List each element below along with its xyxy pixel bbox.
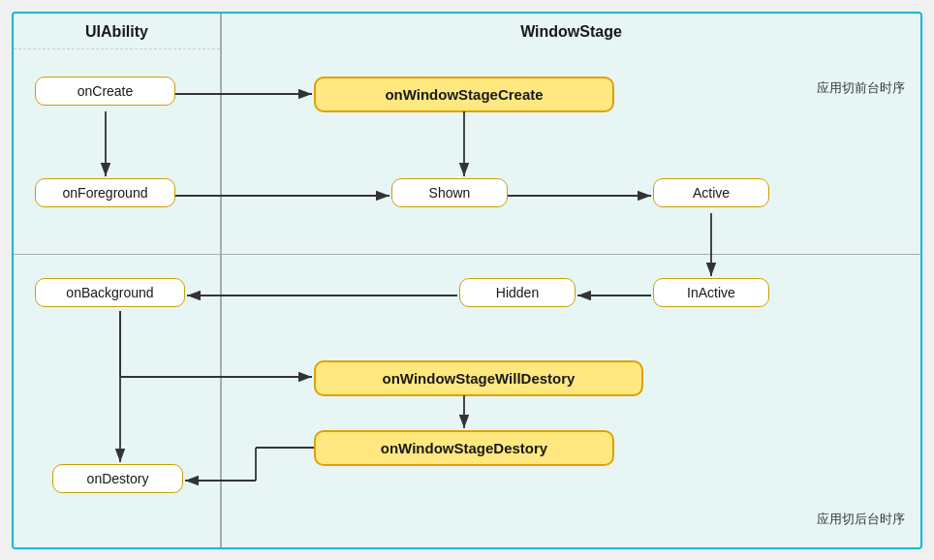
node-shown: Shown [391,178,508,207]
node-onWindowStageDestory: onWindowStageDestory [314,430,614,466]
node-hidden: Hidden [459,278,576,307]
node-onWindowStageWillDestory: onWindowStageWillDestory [314,360,643,396]
label-top-right: 应用切前台时序 [817,79,905,97]
h-divider [14,254,920,255]
node-onCreate: onCreate [35,77,175,106]
node-onWindowStageCreate: onWindowStageCreate [314,77,614,112]
right-panel-title: WindowStage [222,14,920,48]
left-panel-title: UIAbility [14,14,220,49]
node-onForeground: onForeground [35,178,175,207]
node-inactive: InActive [653,278,769,307]
node-onBackground: onBackground [35,278,185,307]
node-active: Active [653,178,769,207]
label-bottom-right: 应用切后台时序 [817,511,905,528]
node-onDestory: onDestory [52,464,183,493]
diagram-container: UIAbility WindowStage 应用切前台时序 应用切后台时序 on… [12,12,922,549]
